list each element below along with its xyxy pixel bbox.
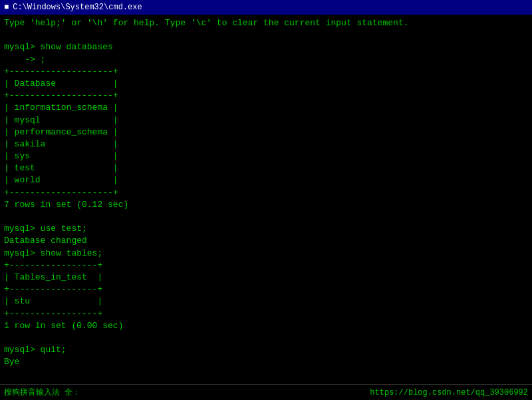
terminal-line: | mysql | <box>4 114 528 126</box>
terminal-line: mysql> show tables; <box>4 248 528 260</box>
status-left: 搜狗拼音输入法 全： <box>4 387 80 398</box>
terminal-line: | Tables_in_test | <box>4 272 528 284</box>
terminal-line: +-----------------+ <box>4 284 528 296</box>
terminal-line: -> ; <box>4 54 528 66</box>
terminal-line: +--------------------+ <box>4 187 528 199</box>
status-right: https://blog.csdn.net/qq_39306992 <box>370 388 528 397</box>
terminal-line: Bye <box>4 356 528 368</box>
terminal-line: | world | <box>4 174 528 186</box>
title-bar-icon: ■ <box>4 3 9 12</box>
terminal-line: | information_schema | <box>4 102 528 114</box>
terminal-line: mysql> show databases <box>4 41 528 53</box>
title-bar: ■ C:\Windows\System32\cmd.exe <box>0 0 532 15</box>
terminal-line: | sys | <box>4 150 528 162</box>
terminal-line <box>4 332 528 344</box>
terminal-line: +-----------------+ <box>4 260 528 272</box>
terminal-line: +--------------------+ <box>4 66 528 78</box>
terminal-line: | Database | <box>4 78 528 90</box>
terminal-line <box>4 29 528 41</box>
terminal-line: | stu | <box>4 296 528 307</box>
terminal-line: mysql> use test; <box>4 223 528 235</box>
terminal-line: Type 'help;' or '\h' for help. Type '\c'… <box>4 17 528 29</box>
terminal-line: | sakila | <box>4 138 528 150</box>
title-bar-text: C:\Windows\System32\cmd.exe <box>13 3 142 12</box>
status-bar: 搜狗拼音输入法 全： https://blog.csdn.net/qq_3930… <box>0 384 532 400</box>
terminal-line: mysql> quit; <box>4 344 528 356</box>
terminal-line <box>4 211 528 223</box>
terminal-body[interactable]: Type 'help;' or '\h' for help. Type '\c'… <box>0 15 532 384</box>
terminal-line: +-----------------+ <box>4 308 528 320</box>
terminal-line: 7 rows in set (0.12 sec) <box>4 199 528 211</box>
terminal-line: 1 row in set (0.00 sec) <box>4 320 528 332</box>
terminal-line: Database changed <box>4 235 528 247</box>
terminal-line: | performance_schema | <box>4 126 528 138</box>
terminal-line: | test | <box>4 162 528 174</box>
terminal-line: +--------------------+ <box>4 90 528 102</box>
